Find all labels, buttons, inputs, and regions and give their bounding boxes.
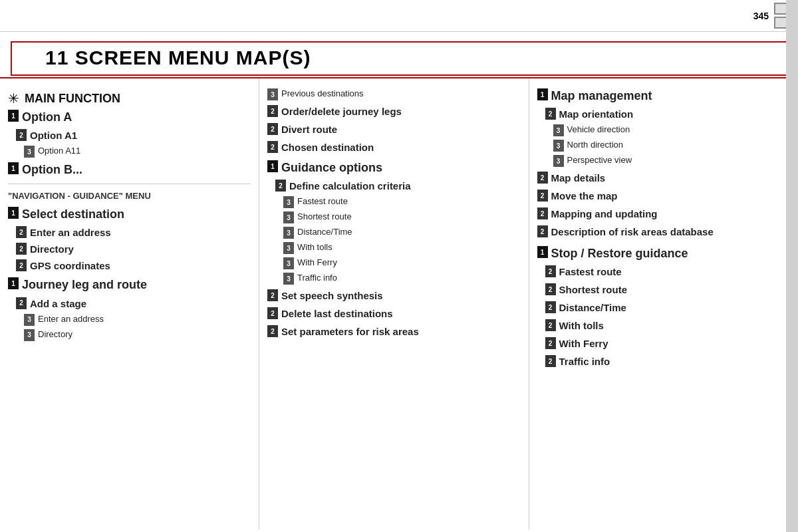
list-item: 2 Distance/Time	[545, 301, 791, 315]
item-map-orient: Map orientation	[559, 107, 634, 121]
list-item: 2 With tolls	[545, 319, 791, 332]
level-badge-map-mgmt: 1	[537, 88, 548, 100]
item-divert: Divert route	[281, 122, 337, 136]
level-badge-2: 2	[16, 129, 27, 141]
item-fastest-stop: Fastest route	[559, 265, 622, 279]
item-risk: Set parameters for risk areas	[281, 325, 419, 338]
level-badge-shortest-stop: 2	[545, 283, 556, 295]
item-order-delete: Order/delete journey legs	[281, 104, 402, 118]
level-badge-journey: 1	[8, 277, 19, 289]
level-badge-delete: 2	[267, 307, 278, 319]
level-badge-tolls-stop: 2	[545, 319, 556, 331]
level-badge-fastest: 3	[283, 196, 294, 208]
level-badge-speech: 2	[267, 289, 278, 301]
item-fastest: Fastest route	[297, 196, 348, 207]
level-badge-map-orient: 2	[545, 108, 556, 120]
level-badge-enter-addr2: 3	[24, 314, 35, 326]
item-dist-stop: Distance/Time	[559, 301, 626, 315]
level-badge-ferry-stop: 2	[545, 337, 556, 349]
list-item: 2 Description of risk areas database	[537, 225, 791, 239]
item-shortest: Shortest route	[297, 211, 352, 223]
guidance-header: 1 Guidance options	[267, 160, 521, 176]
list-item: 3 With tolls	[283, 241, 521, 254]
item-chosen: Chosen destination	[281, 140, 374, 154]
list-item: 2 Enter an address	[16, 225, 251, 239]
list-item: 3 Traffic info	[283, 272, 521, 285]
list-item: 3 With Ferry	[283, 257, 521, 269]
item-risk-desc: Description of risk areas database	[551, 225, 714, 239]
item-gps: GPS coordinates	[30, 259, 110, 273]
item-vehicle-dir: Vehicle direction	[567, 124, 630, 136]
list-item: 3 Enter an address	[24, 313, 251, 326]
item-journey: Journey leg and route	[22, 277, 147, 293]
list-item: 3 Option A11	[24, 145, 251, 158]
level-badge-gps: 2	[16, 259, 27, 271]
level-badge-guidance: 1	[267, 160, 278, 172]
list-item: 3 Perspective view	[553, 154, 791, 167]
list-item: 3 Vehicle direction	[553, 124, 791, 136]
item-delete: Delete last destinations	[281, 307, 393, 321]
page-number: 345	[753, 11, 769, 21]
item-option-b: Option B...	[22, 162, 82, 178]
level-badge-shortest: 3	[283, 211, 294, 223]
item-perspective: Perspective view	[567, 154, 632, 166]
item-select-dest: Select destination	[22, 206, 124, 223]
map-mgmt-label: Map management	[551, 88, 652, 104]
level-badge-vehicle-dir: 3	[553, 124, 564, 136]
item-shortest-stop: Shortest route	[559, 283, 628, 297]
item-tolls-stop: With tolls	[559, 319, 604, 332]
nav-section-label: "NAVIGATION - GUIDANCE" MENU	[8, 191, 251, 202]
list-item: 3 Shortest route	[283, 211, 521, 223]
item-enter-addr-2: Enter an address	[38, 313, 104, 325]
list-item: 3 Distance/Time	[283, 226, 521, 239]
level-badge-dist-stop: 2	[545, 301, 556, 313]
item-prev-dest: Previous destinations	[281, 88, 364, 100]
title-wrapper: 11 SCREEN MENU MAP(S)	[0, 32, 798, 76]
list-item: 1 Select destination	[8, 206, 251, 223]
level-badge-chosen: 2	[267, 141, 278, 153]
level-badge-risk: 2	[267, 325, 278, 337]
item-dist-time: Distance/Time	[297, 226, 352, 238]
list-item: 3 North direction	[553, 139, 791, 152]
level-badge-north: 3	[553, 140, 564, 152]
scrollbar[interactable]	[786, 0, 798, 532]
item-speech: Set speech synthesis	[281, 289, 383, 303]
level-badge-stop: 1	[537, 246, 548, 258]
list-item: 3 Fastest route	[283, 196, 521, 208]
level-badge-tolls: 3	[283, 242, 294, 254]
item-north: North direction	[567, 139, 624, 151]
item-ferry: With Ferry	[297, 257, 337, 269]
top-bar: 345	[0, 0, 798, 32]
list-item: 2 Delete last destinations	[267, 307, 521, 321]
list-item: 1 Journey leg and route	[8, 277, 251, 293]
list-item: 2 GPS coordinates	[16, 259, 251, 273]
item-mapping: Mapping and updating	[551, 207, 658, 221]
item-add-stage: Add a stage	[30, 297, 86, 311]
list-item: 2 Map orientation	[545, 107, 791, 121]
level-badge-map-details: 2	[537, 172, 548, 184]
item-option-a1: Option A1	[30, 128, 77, 142]
guidance-label: Guidance options	[281, 160, 382, 176]
level-badge-calc: 2	[275, 180, 286, 192]
star-icon: ✳	[8, 90, 19, 106]
list-item: 2 Divert route	[267, 122, 521, 136]
item-directory-2: Directory	[38, 329, 72, 340]
item-directory-1: Directory	[30, 242, 74, 256]
page-title: 11 SCREEN MENU MAP(S)	[45, 47, 775, 69]
list-item: 2 Fastest route	[545, 265, 791, 279]
item-tolls: With tolls	[297, 241, 332, 253]
level-badge-traffic-stop: 2	[545, 355, 556, 367]
column-2: 3 Previous destinations 2 Order/delete j…	[259, 78, 529, 529]
item-option-a: Option A	[22, 109, 72, 126]
list-item: 2 Define calculation criteria	[275, 179, 521, 193]
level-badge-perspective: 3	[553, 155, 564, 167]
level-badge-risk-desc: 2	[537, 225, 548, 237]
list-item: 2 Set speech synthesis	[267, 289, 521, 303]
level-badge-dir2: 3	[24, 329, 35, 341]
level-badge-dir: 2	[16, 243, 27, 255]
column-1: ✳ MAIN FUNCTION 1 Option A 2 Option A1 3…	[0, 78, 259, 529]
list-item: 2 Add a stage	[16, 297, 251, 311]
divider-1	[8, 184, 251, 184]
level-badge-stage: 2	[16, 297, 27, 309]
stop-restore-header: 1 Stop / Restore guidance	[537, 245, 791, 262]
